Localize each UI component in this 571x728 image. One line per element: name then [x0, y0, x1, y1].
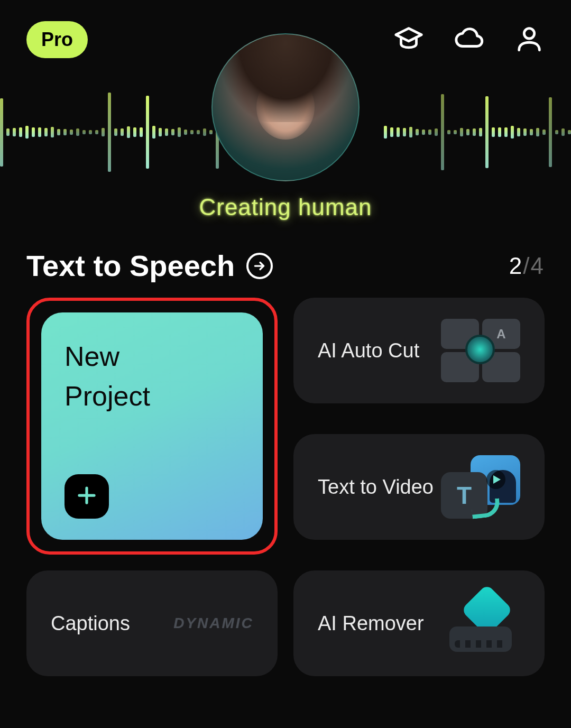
new-project-highlight: New Project: [26, 298, 278, 555]
text-to-video-label: Text to Video: [318, 476, 434, 499]
pager-current: 2: [509, 253, 523, 279]
new-project-plus-button[interactable]: [65, 474, 109, 519]
new-project-card[interactable]: New Project: [41, 312, 263, 540]
pager: 2/4: [509, 253, 545, 279]
text-to-video-card[interactable]: Text to Video T: [293, 434, 545, 540]
header-icons: [393, 23, 545, 56]
graduation-cap-icon[interactable]: [393, 23, 424, 56]
text-to-video-icon: T: [441, 455, 520, 519]
ai-remover-card[interactable]: AI Remover: [293, 570, 545, 676]
captions-card[interactable]: Captions DYNAMIC: [26, 570, 278, 676]
hero-banner: Creating human: [0, 58, 571, 227]
ai-auto-cut-card[interactable]: AI Auto Cut: [293, 298, 545, 403]
svg-point-0: [524, 29, 534, 39]
cloud-icon[interactable]: [454, 23, 484, 56]
ai-remover-icon: [441, 592, 520, 655]
pro-badge-label: Pro: [41, 29, 73, 50]
ai-auto-cut-label: AI Auto Cut: [318, 339, 419, 362]
captions-badge: DYNAMIC: [173, 615, 254, 632]
new-project-title: New Project: [65, 337, 240, 417]
pro-badge[interactable]: Pro: [26, 21, 88, 58]
ai-remover-label: AI Remover: [318, 612, 424, 635]
captions-label: Captions: [51, 612, 130, 635]
section-header: Text to Speech 2/4: [0, 227, 571, 298]
tools-grid: New Project AI Auto Cut Text to Video T: [0, 298, 571, 676]
section-title-wrap[interactable]: Text to Speech: [26, 248, 273, 283]
pager-separator: /: [523, 253, 530, 279]
arrow-right-circle-icon: [246, 253, 273, 279]
profile-icon[interactable]: [514, 23, 545, 56]
section-title: Text to Speech: [26, 248, 235, 283]
hero-caption: Creating human: [199, 194, 372, 220]
plus-icon: [76, 484, 98, 509]
pager-total: 4: [531, 253, 545, 279]
header: Pro: [0, 0, 571, 58]
ai-auto-cut-icon: [441, 319, 520, 382]
captions-dynamic-icon: DYNAMIC: [174, 592, 253, 655]
